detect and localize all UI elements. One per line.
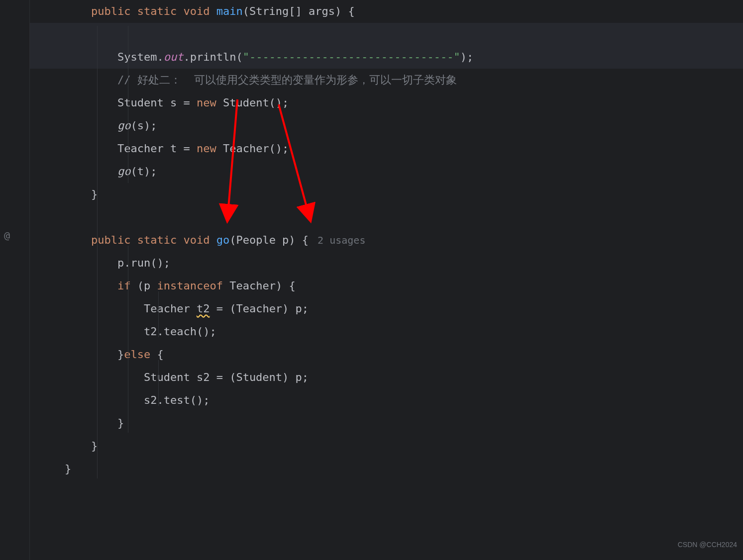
code-token: Student s2 = (Student) p; xyxy=(144,371,309,383)
code-line[interactable]: s2.test(); xyxy=(30,389,743,412)
code-line[interactable]: Teacher t = new Teacher(); xyxy=(30,137,743,160)
code-token: // 好处二： 可以使用父类类型的变量作为形参，可以一切子类对象 xyxy=(117,74,457,86)
indent-guide xyxy=(128,26,128,183)
code-token: else xyxy=(124,348,157,361)
code-token: } xyxy=(117,417,124,429)
override-icon[interactable]: @ xyxy=(4,224,10,247)
code-token: Teacher t = xyxy=(117,142,197,155)
code-token: (String[] args) { xyxy=(243,5,355,17)
code-token: Teacher) { xyxy=(229,280,295,292)
code-token: main xyxy=(216,5,243,17)
code-token: } xyxy=(117,348,124,361)
code-token: t2.teach(); xyxy=(144,325,216,338)
usages-hint[interactable]: 2 usages xyxy=(318,234,365,246)
code-token: "-------------------------------" xyxy=(243,51,460,63)
code-token: (s); xyxy=(130,119,157,132)
code-token: void xyxy=(183,234,216,246)
code-token: t2 xyxy=(197,302,210,315)
code-token: new xyxy=(197,142,223,155)
code-token: s2.test(); xyxy=(144,394,210,406)
code-line[interactable]: }else { xyxy=(30,343,743,366)
code-token: } xyxy=(65,463,71,475)
code-token: { xyxy=(157,348,163,361)
code-token: System. xyxy=(117,51,164,63)
code-editor[interactable]: public static void main(String[] args) {… xyxy=(30,0,743,480)
code-line[interactable] xyxy=(30,206,743,229)
code-token: go xyxy=(117,119,131,132)
code-line[interactable]: } xyxy=(30,412,743,435)
code-line[interactable]: // 好处二： 可以使用父类类型的变量作为形参，可以一切子类对象 xyxy=(30,69,743,92)
code-token: p.run(); xyxy=(117,257,170,269)
editor-gutter: @ xyxy=(0,0,30,560)
code-token: (t); xyxy=(130,165,157,178)
code-token: (p xyxy=(137,280,157,292)
code-token: if xyxy=(117,280,137,292)
code-token: public xyxy=(91,234,137,246)
code-line[interactable]: System.out.println("--------------------… xyxy=(30,46,743,69)
code-token: go xyxy=(216,234,230,246)
code-line[interactable]: if (p instanceof Teacher) { xyxy=(30,275,743,297)
code-token: .println( xyxy=(183,51,242,63)
code-line[interactable]: } xyxy=(30,183,743,206)
indent-guide xyxy=(158,360,159,406)
code-token: ); xyxy=(460,51,474,63)
code-token: Teacher(); xyxy=(223,142,289,155)
code-token: out xyxy=(164,51,184,63)
code-line[interactable]: public static void go(People p) {2 usage… xyxy=(30,229,743,252)
indent-guide xyxy=(128,246,128,433)
code-token: void xyxy=(183,5,216,17)
code-line[interactable]: Student s = new Student(); xyxy=(30,92,743,114)
code-line[interactable]: p.run(); xyxy=(30,252,743,275)
code-token: static xyxy=(137,5,184,17)
code-token: Student(); xyxy=(223,96,289,109)
code-token: Teacher xyxy=(144,302,197,315)
code-line[interactable]: Student s2 = (Student) p; xyxy=(30,366,743,389)
code-line[interactable] xyxy=(30,23,743,46)
code-line[interactable]: public static void main(String[] args) { xyxy=(30,0,743,23)
watermark: CSDN @CCH2024 xyxy=(678,533,737,556)
code-token: instanceof xyxy=(157,280,229,292)
code-token: public xyxy=(91,5,137,17)
code-line[interactable]: } xyxy=(30,458,743,480)
code-token: Student s = xyxy=(117,96,197,109)
code-line[interactable]: } xyxy=(30,435,743,458)
code-token: go xyxy=(117,165,131,178)
code-line[interactable]: go(t); xyxy=(30,160,743,183)
code-token: (People p) { xyxy=(229,234,309,246)
code-token: static xyxy=(137,234,184,246)
code-line[interactable]: t2.teach(); xyxy=(30,320,743,343)
code-token: new xyxy=(197,96,223,109)
indent-guide xyxy=(97,26,98,478)
code-line[interactable]: Teacher t2 = (Teacher) p; xyxy=(30,297,743,320)
indent-guide xyxy=(158,291,159,337)
code-line[interactable]: go(s); xyxy=(30,114,743,137)
code-token: = (Teacher) p; xyxy=(210,302,309,315)
